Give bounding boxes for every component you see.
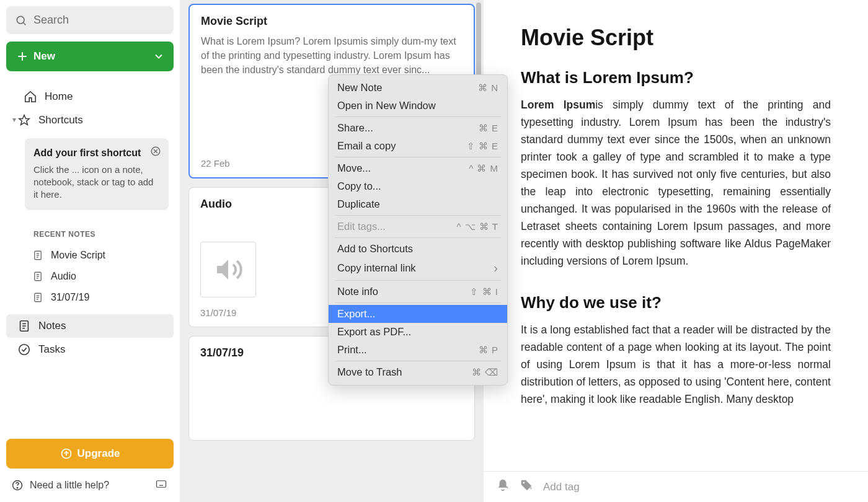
menu-item: Edit tags...^ ⌥ ⌘ T <box>329 218 507 236</box>
help-link[interactable]: Need a little help? <box>11 479 109 491</box>
menu-item[interactable]: New Note⌘ N <box>329 79 507 97</box>
recent-note-item[interactable]: Movie Script <box>6 245 174 266</box>
help-icon <box>11 479 24 491</box>
svg-point-36 <box>523 482 525 484</box>
menu-item[interactable]: Email a copy⇧ ⌘ E <box>329 137 507 155</box>
sidebar-item-tasks[interactable]: Tasks <box>6 338 174 361</box>
nav-label: Shortcuts <box>38 114 83 126</box>
sidebar-item-home[interactable]: Home <box>6 85 174 108</box>
menu-item-label: Move... <box>337 162 371 174</box>
menu-item-label: Export... <box>337 308 375 320</box>
menu-shortcut: ^ ⌥ ⌘ T <box>457 221 498 232</box>
menu-item-label: Move to Trash <box>337 366 402 378</box>
menu-shortcut: ^ ⌘ M <box>469 163 498 174</box>
recent-notes-list: Movie Script Audio 31/07/19 <box>6 245 174 308</box>
menu-item-label: Copy to... <box>337 180 381 192</box>
recent-label: 31/07/19 <box>51 292 89 303</box>
svg-point-0 <box>17 16 24 24</box>
card-body: Click the ... icon on a note, notebook, … <box>33 164 160 201</box>
svg-line-1 <box>24 22 26 25</box>
menu-item[interactable]: Move to Trash⌘ ⌫ <box>329 363 507 381</box>
chevron-down-icon <box>153 50 165 63</box>
menu-item[interactable]: Open in New Window <box>329 97 507 115</box>
section-heading: What is Lorem Ipsum? <box>521 68 831 87</box>
tag-input[interactable]: Add tag <box>543 481 580 493</box>
recent-note-item[interactable]: Audio <box>6 266 174 287</box>
menu-item[interactable]: Export as PDF... <box>329 323 507 341</box>
recent-note-item[interactable]: 31/07/19 <box>6 287 174 308</box>
menu-item[interactable]: Export... <box>329 305 507 323</box>
svg-text:+: + <box>529 485 533 491</box>
star-icon <box>17 113 31 127</box>
notes-icon <box>17 319 31 333</box>
menu-shortcut: ⇧ ⌘ E <box>467 141 498 152</box>
menu-item-label: Export as PDF... <box>337 326 411 338</box>
chevron-down-icon: ▾ <box>12 115 16 124</box>
menu-shortcut: ⌘ P <box>479 345 498 356</box>
menu-item[interactable]: Share...⌘ E <box>329 119 507 137</box>
card-title: Add your first shortcut <box>33 147 160 160</box>
audio-thumbnail <box>200 242 256 297</box>
menu-item[interactable]: Copy internal link› <box>329 258 507 278</box>
menu-item[interactable]: Print...⌘ P <box>329 341 507 359</box>
menu-item-label: Add to Shortcuts <box>337 243 413 255</box>
menu-shortcut: ⌘ E <box>479 123 498 134</box>
editor-content[interactable]: Movie Script What is Lorem Ipsum? Lorem … <box>484 0 868 408</box>
tag-icon[interactable]: + <box>520 478 533 495</box>
section-heading: Why do we use it? <box>521 293 831 312</box>
menu-item-label: Duplicate <box>337 198 380 210</box>
sidebar-item-shortcuts[interactable]: ▾ Shortcuts <box>6 108 174 132</box>
svg-rect-29 <box>157 481 166 488</box>
new-label: New <box>33 50 55 63</box>
notes-tasks-group: Notes Tasks <box>6 314 174 361</box>
new-button[interactable]: New <box>6 42 174 71</box>
menu-item-label: Open in New Window <box>337 100 436 112</box>
note-icon <box>32 250 43 261</box>
svg-text:+: + <box>506 485 509 491</box>
menu-item[interactable]: Note info⇧ ⌘ I <box>329 283 507 301</box>
note-icon <box>32 271 43 282</box>
keyboard-icon[interactable] <box>154 478 169 492</box>
reminder-icon[interactable]: + <box>496 478 510 495</box>
paragraph: It is a long established fact that a rea… <box>521 321 831 408</box>
close-icon[interactable] <box>150 146 161 159</box>
recent-notes-header: RECENT NOTES <box>25 226 174 242</box>
nav-label: Tasks <box>38 343 65 356</box>
upgrade-icon <box>60 447 73 460</box>
menu-shortcut: ⌘ N <box>478 82 498 94</box>
paragraph: Lorem Ipsumis simply dummy text of the p… <box>521 96 831 270</box>
card-preview: What is Lorem Ipsum? Lorem Ipsumis simpl… <box>201 34 463 77</box>
search-label: Search <box>33 14 69 27</box>
upgrade-button[interactable]: Upgrade <box>6 439 174 469</box>
paragraph-text: is simply dummy text of the printing and… <box>521 99 831 267</box>
note-title: Movie Script <box>521 25 831 51</box>
plus-icon <box>16 50 29 63</box>
sidebar: Search New Home ▾ Shortcuts Add your fir… <box>0 0 180 502</box>
sidebar-item-notes[interactable]: Notes <box>6 314 174 338</box>
recent-label: Audio <box>51 271 76 282</box>
tag-bar: + + Add tag <box>484 471 868 502</box>
menu-item-label: Print... <box>337 344 367 356</box>
nav-label: Home <box>45 90 73 103</box>
shortcut-tip-card: Add your first shortcut Click the ... ic… <box>25 138 169 210</box>
card-title: Movie Script <box>201 15 463 28</box>
menu-item-label: Note info <box>337 286 378 297</box>
search-icon <box>15 14 27 27</box>
bold-text: Lorem Ipsum <box>521 99 595 111</box>
menu-item-label: Copy internal link <box>337 262 416 274</box>
menu-item[interactable]: Duplicate <box>329 195 507 213</box>
note-icon <box>32 292 43 303</box>
menu-item[interactable]: Move...^ ⌘ M <box>329 159 507 177</box>
home-icon <box>24 90 37 103</box>
search-field[interactable]: Search <box>6 6 174 34</box>
upgrade-label: Upgrade <box>78 447 120 460</box>
menu-item[interactable]: Add to Shortcuts <box>329 240 507 258</box>
svg-point-24 <box>19 344 30 354</box>
menu-item[interactable]: Copy to... <box>329 177 507 195</box>
menu-shortcut: ⇧ ⌘ I <box>470 286 498 297</box>
svg-point-28 <box>17 488 17 488</box>
help-label: Need a little help? <box>30 480 109 491</box>
menu-item-label: Edit tags... <box>337 221 386 232</box>
nav-label: Notes <box>38 320 66 332</box>
context-menu: New Note⌘ NOpen in New WindowShare...⌘ E… <box>328 74 508 385</box>
